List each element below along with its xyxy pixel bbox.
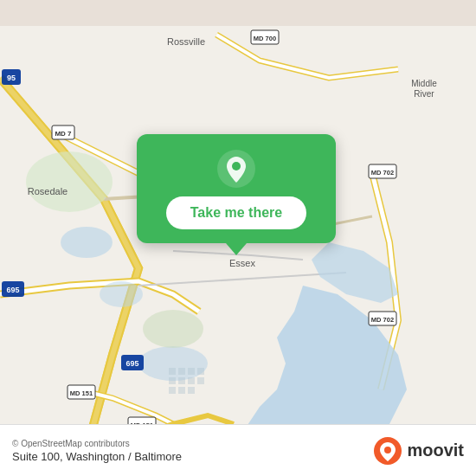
svg-text:MD 702: MD 702: [371, 169, 394, 177]
svg-rect-32: [169, 368, 176, 375]
svg-rect-39: [197, 377, 204, 384]
svg-text:95: 95: [7, 74, 16, 82]
popup-card: Take me there: [137, 134, 336, 243]
svg-text:River: River: [414, 89, 434, 99]
svg-text:MD 7: MD 7: [55, 130, 72, 138]
svg-text:Rossville: Rossville: [167, 36, 205, 47]
svg-point-1: [61, 227, 113, 258]
svg-rect-41: [178, 387, 185, 394]
svg-rect-37: [178, 377, 185, 384]
svg-point-44: [232, 162, 241, 170]
svg-point-6: [143, 310, 203, 348]
svg-text:695: 695: [6, 286, 19, 294]
svg-text:MD 702: MD 702: [371, 316, 394, 324]
location-text: Suite 100, Washington / Baltimore: [12, 450, 182, 463]
svg-rect-35: [197, 368, 204, 375]
svg-point-3: [138, 346, 208, 381]
moovit-icon: [374, 437, 402, 465]
svg-text:MD 151: MD 151: [70, 389, 93, 397]
map-container: 95 695 MD 7 MD 700 MD 702 MD 702 695 MD …: [0, 0, 476, 476]
take-me-there-button[interactable]: Take me there: [166, 196, 306, 229]
svg-rect-36: [169, 377, 176, 384]
svg-rect-38: [188, 377, 195, 384]
svg-rect-42: [188, 387, 195, 394]
bottom-bar: © OpenStreetMap contributors Suite 100, …: [0, 424, 476, 476]
bottom-left-info: © OpenStreetMap contributors Suite 100, …: [12, 439, 182, 463]
location-pin-icon: [217, 150, 255, 188]
svg-text:695: 695: [125, 359, 138, 368]
svg-rect-40: [169, 387, 176, 394]
svg-point-4: [26, 151, 113, 212]
moovit-label: moovit: [407, 441, 464, 460]
moovit-logo: moovit: [374, 437, 464, 465]
svg-point-46: [384, 447, 391, 453]
svg-text:MD 700: MD 700: [254, 35, 276, 42]
svg-rect-33: [178, 368, 185, 375]
svg-point-2: [100, 281, 143, 307]
copyright-text: © OpenStreetMap contributors: [12, 439, 182, 448]
svg-text:Rosedale: Rosedale: [28, 186, 68, 196]
svg-text:Essex: Essex: [229, 258, 255, 268]
svg-rect-34: [188, 368, 195, 375]
svg-text:Middle: Middle: [411, 79, 437, 88]
